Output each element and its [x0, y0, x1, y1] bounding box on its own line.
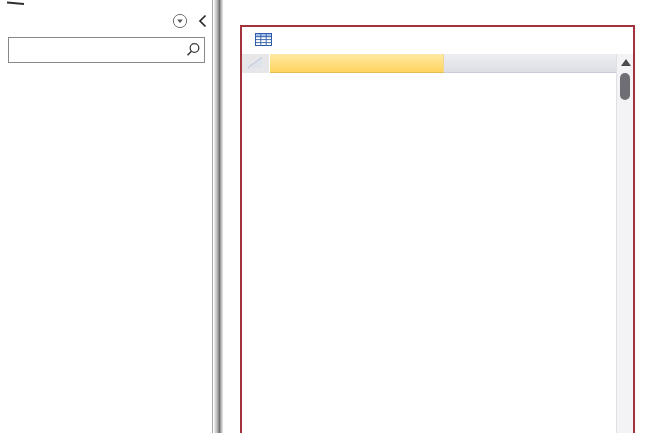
- scrollbar-up-arrow-icon[interactable]: [617, 54, 633, 71]
- scrollbar-thumb[interactable]: [620, 73, 630, 100]
- vertical-scrollbar[interactable]: [616, 54, 633, 433]
- column-header-feldname[interactable]: [270, 54, 444, 73]
- table-design-window: [240, 25, 635, 433]
- circle-chevron-down-icon[interactable]: [172, 13, 188, 29]
- field-design-grid: [242, 54, 616, 433]
- navigation-pane: [0, 0, 213, 433]
- search-icon[interactable]: [182, 42, 204, 58]
- search-box[interactable]: [8, 37, 205, 63]
- grid-header-row: [242, 54, 616, 73]
- nav-pane-header: [9, 7, 208, 34]
- table-icon: [255, 32, 272, 50]
- access-app-screenshot: [0, 0, 660, 433]
- maximize-button[interactable]: [554, 27, 578, 54]
- window-titlebar[interactable]: [242, 27, 633, 54]
- column-header-felddatentyp[interactable]: [444, 54, 616, 73]
- minimize-button[interactable]: [506, 27, 530, 54]
- select-all-corner-cell[interactable]: [242, 54, 270, 73]
- chevron-left-icon[interactable]: [197, 14, 208, 28]
- search-input[interactable]: [9, 43, 182, 57]
- nav-pane-splitter[interactable]: [214, 0, 223, 433]
- close-button[interactable]: [598, 27, 622, 54]
